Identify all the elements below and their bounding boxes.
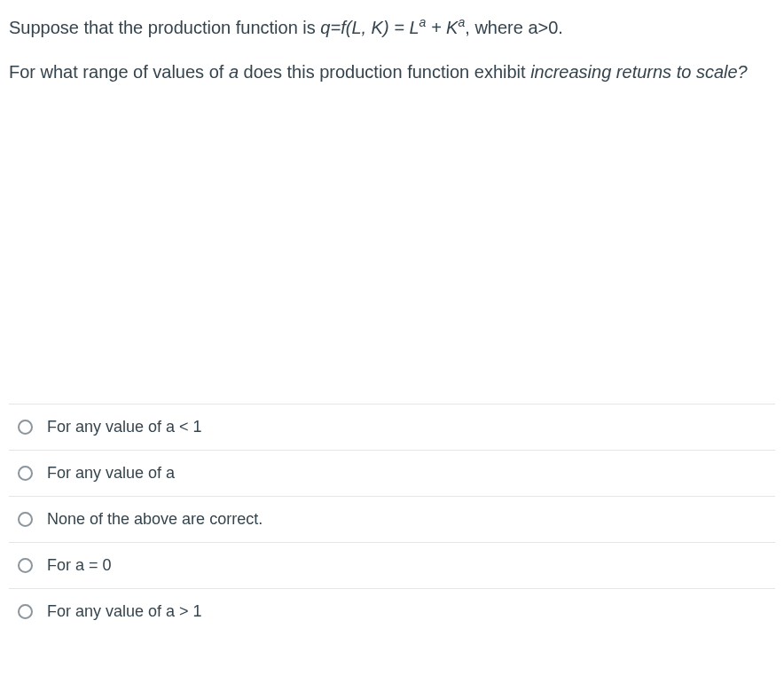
option-label: For any value of a [47, 464, 175, 483]
option-label: For a = 0 [47, 556, 112, 575]
radio-icon [18, 604, 33, 619]
option-row[interactable]: For any value of a < 1 [9, 404, 775, 451]
radio-icon [18, 558, 33, 573]
radio-icon [18, 512, 33, 527]
text-segment: + K [426, 18, 458, 37]
question-line-2: For what range of values of a does this … [9, 58, 775, 86]
text-segment: , where a>0. [465, 18, 563, 37]
option-label: For any value of a > 1 [47, 602, 202, 621]
radio-icon [18, 466, 33, 481]
text-segment: q=f(L, K) = L [320, 18, 419, 37]
option-row[interactable]: For any value of a > 1 [9, 589, 775, 634]
radio-icon [18, 420, 33, 435]
text-segment: increasing returns to scale? [530, 62, 748, 82]
options-list: For any value of a < 1 For any value of … [9, 404, 775, 634]
text-segment: Suppose that the production function is [9, 18, 320, 37]
text-segment: For what range of values of [9, 62, 229, 82]
option-label: None of the above are correct. [47, 510, 263, 529]
question-prompt: Suppose that the production function is … [9, 12, 775, 86]
option-label: For any value of a < 1 [47, 418, 202, 436]
option-row[interactable]: For a = 0 [9, 543, 775, 589]
text-segment: a [229, 62, 239, 82]
text-segment: does this production function exhibit [239, 62, 530, 82]
option-row[interactable]: For any value of a [9, 451, 775, 497]
option-row[interactable]: None of the above are correct. [9, 497, 775, 543]
question-line-1: Suppose that the production function is … [9, 12, 775, 42]
spacer [9, 102, 775, 404]
